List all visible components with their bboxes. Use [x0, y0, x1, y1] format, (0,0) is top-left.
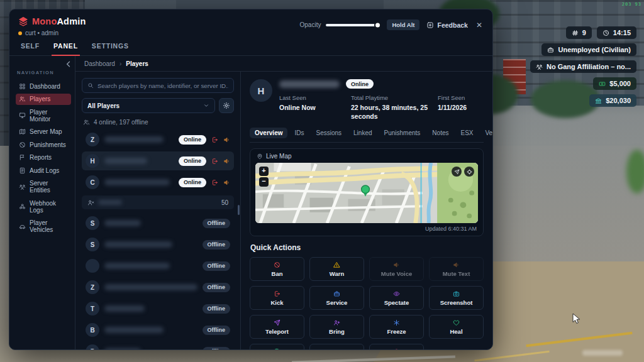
tab-vehicles[interactable]: Vehicles	[480, 128, 492, 138]
live-map[interactable]: + −	[255, 163, 478, 223]
search-input[interactable]	[97, 82, 228, 89]
kick-icon[interactable]	[211, 179, 218, 186]
section-label-blurred	[98, 200, 122, 205]
quick-action-warn[interactable]: Warn	[309, 257, 364, 281]
server-id-badge: 9	[566, 26, 592, 39]
quick-action-kick[interactable]: Kick	[250, 286, 304, 310]
quick-action-service[interactable]: Service	[309, 286, 364, 310]
avatar: P	[86, 344, 99, 349]
car-icon	[333, 348, 340, 349]
collapse-sidebar-icon[interactable]	[64, 60, 73, 69]
quick-actions-grid: Ban Warn Mute Voice	[250, 257, 484, 349]
list-scrollbar[interactable]	[238, 205, 240, 215]
sidebar-item-reports[interactable]: Reports	[16, 152, 71, 163]
send-icon	[274, 319, 280, 326]
sidebar-item-player-vehicles[interactable]: Player Vehicles	[16, 217, 71, 236]
quick-action-ban[interactable]: Ban	[250, 257, 304, 281]
player-row[interactable]: C Online	[82, 173, 234, 192]
sidebar-item-players[interactable]: Players	[16, 94, 71, 105]
opacity-slider-knob[interactable]	[374, 21, 381, 28]
sidebar: NAVIGATION Dashboard Players Player Moni…	[9, 56, 75, 349]
sidebar-item-player-monitor[interactable]: Player Monitor	[16, 106, 71, 124]
tab-punishments[interactable]: Punishments	[379, 128, 426, 138]
voice-icon[interactable]	[223, 179, 230, 186]
main-tab-bar: SELF PANEL SETTINGS	[9, 36, 492, 56]
sidebar-item-punishments[interactable]: Punishments	[16, 139, 71, 150]
quick-action-spawn-car[interactable]: Spawn Car	[309, 344, 364, 349]
sidebar-item-audit-logs[interactable]: Audit Logs	[16, 165, 71, 176]
quick-action-bring[interactable]: Bring	[309, 315, 364, 339]
player-row[interactable]: Z Offline	[82, 278, 234, 297]
opacity-slider[interactable]	[326, 24, 380, 26]
tab-self[interactable]: SELF	[21, 42, 40, 55]
stat-first-seen: First Seen 1/11/2026	[438, 94, 475, 121]
sidebar-item-dashboard[interactable]: Dashboard	[16, 80, 71, 92]
palm-leaves	[626, 150, 644, 194]
map-teleport-button[interactable]	[452, 167, 462, 177]
map-center-button[interactable]	[464, 167, 474, 177]
quick-action-mute-text[interactable]: Mute Text	[429, 257, 484, 281]
logout-icon	[274, 290, 280, 297]
list-settings-button[interactable]	[219, 98, 234, 113]
quick-action-freeze[interactable]: Freeze	[369, 315, 424, 339]
live-map-card: Live Map	[250, 148, 484, 236]
tab-settings[interactable]: SETTINGS	[92, 42, 129, 55]
quick-action-teleport[interactable]: Teleport	[250, 315, 304, 339]
tab-panel[interactable]: PANEL	[53, 42, 78, 55]
quick-action-mute-voice[interactable]: Mute Voice	[369, 257, 424, 281]
flag-icon	[19, 154, 26, 161]
player-row-selected[interactable]: H Online	[82, 151, 234, 170]
kick-icon[interactable]	[211, 136, 218, 143]
sidebar-item-webhook-logs[interactable]: Webhook Logs	[16, 197, 71, 216]
status-badge: Online	[179, 135, 206, 145]
feedback-button[interactable]: Feedback	[426, 21, 467, 29]
map-zoom-in-button[interactable]: +	[259, 167, 269, 176]
player-name-blurred	[104, 327, 164, 333]
tab-linked[interactable]: Linked	[348, 128, 377, 138]
player-row[interactable]: P Offline	[82, 342, 234, 349]
layers-logo-icon	[18, 16, 28, 26]
map-zoom-out-button[interactable]: −	[259, 177, 269, 187]
player-row[interactable]: S Offline	[82, 235, 234, 254]
quick-actions-title: Quick Actions	[250, 243, 484, 252]
avatar: Z	[86, 280, 99, 294]
quick-action-del-car[interactable]: Del Car	[369, 344, 424, 349]
player-name-blurred	[279, 80, 340, 88]
document-icon	[19, 167, 26, 174]
offline-section-header: 50	[82, 195, 234, 209]
breadcrumb-parent[interactable]: Dashboard	[84, 60, 115, 67]
status-badge: Offline	[203, 219, 231, 228]
map-icon	[19, 128, 26, 135]
snowflake-icon	[393, 319, 400, 326]
player-row[interactable]: T Offline	[82, 299, 234, 318]
kick-icon[interactable]	[211, 158, 218, 165]
player-filter-select[interactable]: All Players	[82, 98, 215, 113]
voice-icon[interactable]	[223, 158, 230, 165]
tab-ids[interactable]: IDs	[289, 128, 309, 138]
tab-sessions[interactable]: Sessions	[311, 128, 347, 138]
avatar: C	[86, 175, 99, 189]
player-row[interactable]: S Offline	[82, 214, 234, 233]
brand-primary: Mono	[32, 16, 57, 26]
status-badge: Offline	[203, 347, 231, 350]
quick-action-revive[interactable]: Revive	[250, 344, 304, 349]
job-badge: Unemployed (Civilian)	[541, 43, 636, 56]
cash-badge: $5,000	[593, 77, 636, 90]
player-row[interactable]: Z Online	[82, 130, 234, 149]
sidebar-item-server-entities[interactable]: Server Entities	[16, 178, 71, 196]
sidebar-item-server-map[interactable]: Server Map	[16, 126, 71, 138]
voice-icon[interactable]	[223, 136, 230, 143]
feedback-icon	[426, 21, 434, 29]
quick-action-screenshot[interactable]: Screenshot	[429, 286, 484, 310]
player-search[interactable]	[82, 78, 234, 93]
quick-action-heal[interactable]: Heal	[429, 315, 484, 339]
player-row[interactable]: B Offline	[82, 321, 234, 339]
quick-action-spectate[interactable]: Spectate	[369, 286, 424, 310]
player-row[interactable]: Offline	[82, 256, 234, 275]
tab-esx[interactable]: ESX	[455, 128, 478, 138]
tab-notes[interactable]: Notes	[427, 128, 453, 138]
tab-overview[interactable]: Overview	[250, 128, 287, 138]
briefcase-icon	[547, 47, 554, 53]
close-button[interactable]: ✕	[475, 21, 484, 30]
chevron-down-icon	[203, 102, 209, 109]
